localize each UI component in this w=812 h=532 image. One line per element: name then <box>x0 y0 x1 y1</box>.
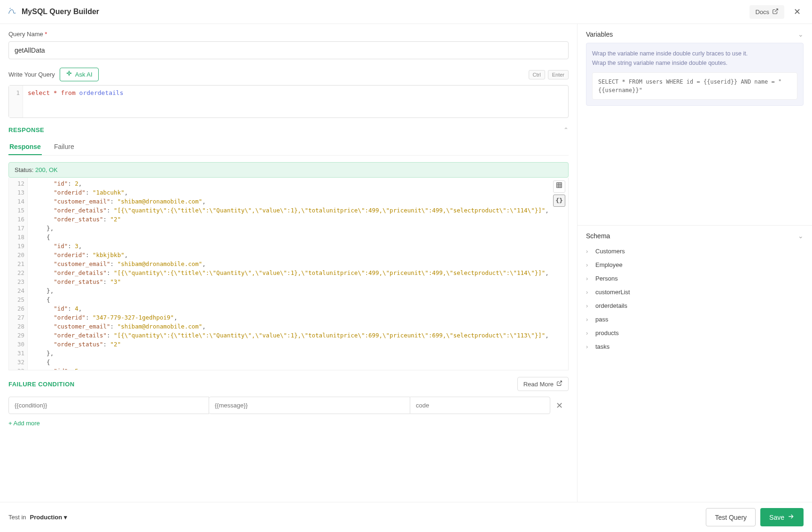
line-number: 32 <box>12 358 24 367</box>
schema-table-name: Persons <box>595 275 618 282</box>
ask-ai-label: Ask AI <box>75 71 93 78</box>
chevron-right-icon: › <box>586 289 592 296</box>
schema-item[interactable]: ›Employee <box>586 258 804 272</box>
json-line: }, <box>32 349 563 358</box>
variables-heading: Variables <box>586 31 613 38</box>
sparkle-icon <box>66 70 72 78</box>
json-line: { <box>32 296 563 305</box>
json-line: "order_status": "3" <box>32 278 563 287</box>
line-number: 12 <box>12 180 24 188</box>
header: MySQL Query Builder Docs ✕ <box>0 0 812 24</box>
chevron-down-icon: ⌄ <box>798 31 804 38</box>
table-icon <box>556 182 562 191</box>
line-number: 15 <box>12 206 24 215</box>
mysql-logo-icon <box>8 7 17 17</box>
tab-response[interactable]: Response <box>8 139 42 155</box>
schema-item[interactable]: ›tasks <box>586 340 804 353</box>
json-line: { <box>32 358 563 367</box>
json-line: "order_status": "2" <box>32 340 563 349</box>
schema-item[interactable]: ›Persons <box>586 272 804 285</box>
schema-item[interactable]: ›products <box>586 326 804 340</box>
line-number: 19 <box>12 242 24 251</box>
query-name-input[interactable] <box>8 41 569 59</box>
read-more-button[interactable]: Read More <box>517 377 569 391</box>
docs-label: Docs <box>755 8 769 16</box>
query-name-label: Query Name * <box>8 31 569 38</box>
json-line: "id": 5, <box>32 367 563 370</box>
line-number: 28 <box>12 322 24 331</box>
caret-down-icon: ▾ <box>64 514 67 521</box>
failure-condition-input[interactable] <box>8 397 209 414</box>
line-number: 18 <box>12 233 24 242</box>
line-number: 13 <box>12 188 24 197</box>
json-line: "orderid": "1abcuhk", <box>32 188 563 197</box>
json-line: "customer_email": "shibam@dronamobile.co… <box>32 260 563 269</box>
close-button[interactable]: ✕ <box>790 5 804 19</box>
variables-hint: Wrap the variable name inside double cur… <box>586 43 804 106</box>
docs-button[interactable]: Docs <box>750 5 784 19</box>
variables-example: SELECT * FROM users WHERE id = {{userid}… <box>592 72 797 100</box>
line-number: 24 <box>12 287 24 296</box>
variables-section-toggle[interactable]: Variables ⌄ <box>586 31 804 38</box>
line-number: 20 <box>12 251 24 260</box>
json-line: { <box>32 233 563 242</box>
json-view-toggle[interactable]: {} <box>553 195 565 207</box>
save-button[interactable]: Save <box>760 508 804 526</box>
json-line: "orderid": "347-779-327-1gedhpoi9", <box>32 313 563 322</box>
line-number: 1 <box>16 89 20 96</box>
chevron-right-icon: › <box>586 329 592 336</box>
schema-table-name: Customers <box>595 248 625 255</box>
chevron-right-icon: › <box>586 316 592 323</box>
svg-rect-0 <box>557 183 562 188</box>
chevron-right-icon: › <box>586 343 592 350</box>
schema-table-name: tasks <box>595 343 609 350</box>
line-number: 26 <box>12 305 24 313</box>
line-number: 22 <box>12 269 24 278</box>
failure-condition-heading: FAILURE CONDITION <box>8 381 75 388</box>
test-in-label: Test in <box>8 514 26 521</box>
schema-item[interactable]: ›orderdetails <box>586 299 804 313</box>
json-line: "id": 3, <box>32 242 563 251</box>
json-line: "order_status": "2" <box>32 215 563 224</box>
tab-failure[interactable]: Failure <box>53 139 75 155</box>
sql-editor[interactable]: 1 select * from orderdetails <box>8 85 569 118</box>
schema-table-name: products <box>595 329 619 336</box>
failure-message-input[interactable] <box>209 397 410 414</box>
environment-select[interactable]: Production ▾ <box>30 514 67 521</box>
chevron-down-icon: ⌄ <box>798 232 804 240</box>
close-icon: ✕ <box>794 7 801 16</box>
arrow-right-icon <box>787 513 795 522</box>
schema-section-toggle[interactable]: Schema ⌄ <box>586 232 804 240</box>
chevron-right-icon: › <box>586 302 592 309</box>
failure-row-delete[interactable]: ✕ <box>550 400 569 411</box>
external-link-icon <box>556 380 562 388</box>
json-line: "order_details": "[{\"quantity\":{\"titl… <box>32 269 563 278</box>
schema-heading: Schema <box>586 232 610 240</box>
json-response-viewer[interactable]: 1213141516171819202122232425262728293031… <box>8 178 569 370</box>
line-number: 30 <box>12 340 24 349</box>
line-number: 33 <box>12 367 24 370</box>
schema-item[interactable]: ›pass <box>586 313 804 326</box>
line-number: 14 <box>12 197 24 206</box>
json-line: "id": 2, <box>32 180 563 188</box>
schema-table-name: customerList <box>595 289 630 296</box>
add-more-button[interactable]: + Add more <box>8 420 569 427</box>
line-number: 21 <box>12 260 24 269</box>
keyboard-shortcut-hint: Ctrl Enter <box>529 70 569 79</box>
json-line: "id": 4, <box>32 305 563 313</box>
line-number: 25 <box>12 296 24 305</box>
schema-table-name: pass <box>595 316 608 323</box>
schema-item[interactable]: ›customerList <box>586 285 804 299</box>
schema-item[interactable]: ›Customers <box>586 244 804 258</box>
braces-icon: {} <box>555 196 563 205</box>
json-line: }, <box>32 287 563 296</box>
ask-ai-button[interactable]: Ask AI <box>60 68 99 81</box>
test-query-button[interactable]: Test Query <box>706 508 756 526</box>
json-line: }, <box>32 224 563 233</box>
line-number: 29 <box>12 331 24 340</box>
failure-code-input[interactable] <box>410 397 550 414</box>
page-title: MySQL Query Builder <box>22 8 99 16</box>
response-section-toggle[interactable]: RESPONSE ⌃ <box>8 126 569 133</box>
chevron-right-icon: › <box>586 248 592 255</box>
table-view-toggle[interactable] <box>553 180 565 193</box>
